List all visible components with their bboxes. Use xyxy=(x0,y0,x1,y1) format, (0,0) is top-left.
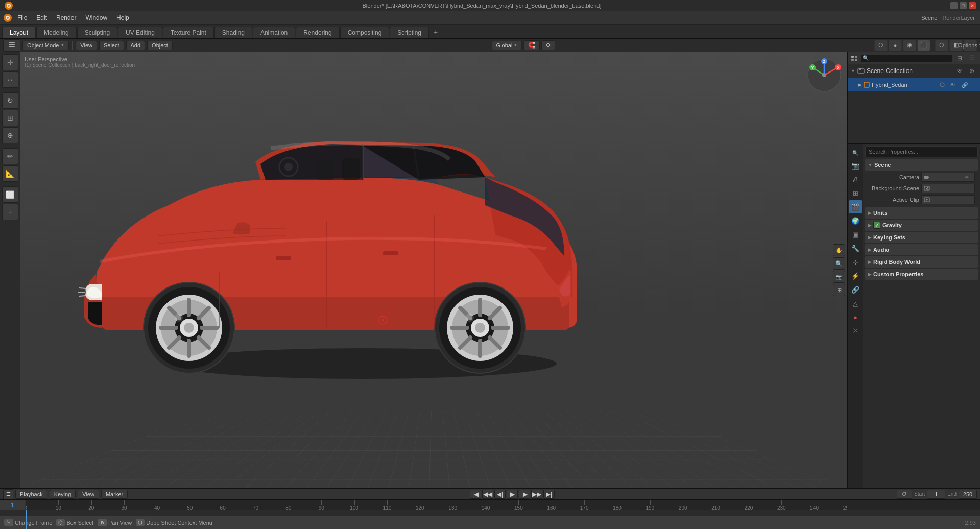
jump-start-btn[interactable]: |◀ xyxy=(470,490,481,499)
prop-search-btn[interactable]: 🔍 xyxy=(849,146,862,159)
menu-file[interactable]: File xyxy=(13,13,31,22)
outliner-options-btn[interactable]: ☰ xyxy=(967,53,977,63)
background-scene-value[interactable] xyxy=(921,184,975,193)
gravity-section-header[interactable]: ▶ ✓ Gravity xyxy=(865,220,978,231)
hybrid-sedan-item[interactable]: ▶ Hybrid_Sedan 👁 🔗 xyxy=(848,78,980,91)
maximize-button[interactable]: □ xyxy=(960,2,967,9)
scene-collection-item[interactable]: ▼ Scene Collection 👁 ⊕ xyxy=(848,64,980,78)
next-frame-btn[interactable]: ▶▶ xyxy=(531,490,542,499)
prev-keyframe-btn[interactable]: ◀| xyxy=(494,490,506,499)
collection-visibility-btn[interactable]: 👁 xyxy=(954,66,965,76)
annotate-tool[interactable]: ✏ xyxy=(2,148,18,164)
play-btn[interactable]: ▶ xyxy=(507,490,518,499)
keying-sets-section-header[interactable]: ▶ Keying Sets xyxy=(865,232,978,243)
gravity-checkbox[interactable]: ✓ xyxy=(873,222,880,229)
render-properties-btn[interactable]: 📷 xyxy=(849,159,862,172)
tab-modeling[interactable]: Modeling xyxy=(36,27,77,38)
view-header-btn[interactable] xyxy=(3,39,20,52)
options-btn[interactable]: Options ▼ xyxy=(964,40,977,51)
move-tool[interactable]: ↔ xyxy=(2,71,18,88)
proportional-edit-btn[interactable]: ⊙ xyxy=(541,40,555,50)
add-tool[interactable]: + xyxy=(2,204,18,220)
camera-value[interactable]: ✏ xyxy=(921,173,975,182)
tab-layout[interactable]: Layout xyxy=(2,27,36,38)
keying-menu[interactable]: Keying xyxy=(50,490,76,499)
end-frame-input[interactable]: 250 xyxy=(959,490,977,499)
viewport-shading-solid[interactable]: ● xyxy=(889,40,902,51)
constraints-properties-btn[interactable]: 🔗 xyxy=(849,283,862,296)
material-properties-btn[interactable]: ● xyxy=(849,310,862,324)
marker-menu[interactable]: Marker xyxy=(101,490,128,499)
snap-btn[interactable]: 🧲 xyxy=(523,40,540,50)
tab-rendering[interactable]: Rendering xyxy=(296,27,339,38)
item-visibility-btn[interactable]: 👁 xyxy=(947,80,958,90)
add-cube-tool[interactable]: ⬜ xyxy=(2,186,18,203)
viewport-grid-btn[interactable]: ⊞ xyxy=(833,284,845,296)
units-section-header[interactable]: ▶ Units xyxy=(865,207,978,219)
viewport-shading-rendered[interactable]: ⬛ xyxy=(917,40,930,51)
particles-properties-btn[interactable]: ⊹ xyxy=(849,255,862,269)
transform-tool[interactable]: ⊕ xyxy=(2,127,18,143)
tab-compositing[interactable]: Compositing xyxy=(340,27,390,38)
rotate-tool[interactable]: ↻ xyxy=(2,92,18,109)
collection-select-btn[interactable]: ⊕ xyxy=(967,66,977,76)
playback-menu[interactable]: Playback xyxy=(15,490,47,499)
minimize-button[interactable]: — xyxy=(950,2,958,9)
add-menu[interactable]: Add xyxy=(126,41,146,50)
viewport-shading-material[interactable]: ◉ xyxy=(903,40,916,51)
outliner-filter-btn[interactable]: ⊟ xyxy=(954,53,965,63)
timeline-ruler[interactable]: 1 01020304050607080901001101201301401501… xyxy=(0,500,980,510)
menu-window[interactable]: Window xyxy=(81,13,111,22)
close-button[interactable]: ✕ xyxy=(969,2,976,9)
audio-section-header[interactable]: ▶ Audio xyxy=(865,244,978,255)
scene-section-header[interactable]: ▼ Scene xyxy=(865,159,978,171)
outliner-search[interactable]: 🔍 xyxy=(860,54,952,62)
scene-properties-btn[interactable]: 🎬 xyxy=(849,200,862,213)
tab-uv-editing[interactable]: UV Editing xyxy=(118,27,162,38)
red-x-icon-btn[interactable]: ✕ xyxy=(849,324,862,338)
frame-counter[interactable]: 1 xyxy=(0,500,26,510)
window-controls[interactable]: — □ ✕ xyxy=(950,2,976,9)
tab-animation[interactable]: Animation xyxy=(253,27,295,38)
active-clip-value[interactable] xyxy=(921,195,975,204)
tab-scripting[interactable]: Scripting xyxy=(390,27,429,38)
object-data-properties-btn[interactable]: △ xyxy=(849,297,862,310)
custom-props-header[interactable]: ▶ Custom Properties xyxy=(865,269,978,280)
physics-properties-btn[interactable]: ⚡ xyxy=(849,269,862,282)
viewport-camera-btn[interactable]: 📷 xyxy=(833,271,845,283)
viewport-3d[interactable]: User Perspective (1) Scene Collection | … xyxy=(20,52,847,488)
menu-edit[interactable]: Edit xyxy=(32,13,51,22)
viewport-zoom-btn[interactable]: 🔍 xyxy=(833,257,845,270)
start-frame-input[interactable]: 1 xyxy=(927,490,945,499)
modifier-properties-btn[interactable]: 🔧 xyxy=(849,242,862,255)
select-menu[interactable]: Select xyxy=(99,41,124,50)
view-layer-properties-btn[interactable]: ⊞ xyxy=(849,186,862,200)
view-menu[interactable]: View xyxy=(76,41,97,50)
object-properties-btn[interactable]: ▣ xyxy=(849,228,862,241)
tab-texture-paint[interactable]: Texture Paint xyxy=(163,27,214,38)
view-menu-timeline[interactable]: View xyxy=(78,490,99,499)
output-properties-btn[interactable]: 🖨 xyxy=(849,173,862,186)
tab-sculpting[interactable]: Sculpting xyxy=(77,27,117,38)
tab-shading[interactable]: Shading xyxy=(214,27,252,38)
item-link-btn[interactable]: 🔗 xyxy=(960,80,970,90)
object-menu[interactable]: Object xyxy=(147,41,173,50)
object-mode-dropdown[interactable]: Object Mode ▼ xyxy=(22,41,69,50)
menu-render[interactable]: Render xyxy=(52,13,80,22)
add-workspace-button[interactable]: + xyxy=(429,26,442,38)
rigid-body-section-header[interactable]: ▶ Rigid Body World xyxy=(865,256,978,268)
world-properties-btn[interactable]: 🌍 xyxy=(849,214,862,227)
transform-pivot-btn[interactable]: Global ▼ xyxy=(492,41,522,50)
viewport-shading-wire[interactable]: ⬡ xyxy=(874,40,888,51)
properties-search-input[interactable] xyxy=(865,146,978,157)
measure-tool[interactable]: 📐 xyxy=(2,165,18,182)
viewport-pan-btn[interactable]: ✋ xyxy=(833,244,845,256)
cursor-tool[interactable]: ✛ xyxy=(2,54,18,70)
menu-help[interactable]: Help xyxy=(112,13,133,22)
camera-edit-btn[interactable]: ✏ xyxy=(962,172,972,182)
overlay-btn[interactable]: ⬡ xyxy=(935,40,948,51)
navigation-gizmo[interactable]: Z X Y xyxy=(806,57,842,93)
next-keyframe-btn[interactable]: |▶ xyxy=(519,490,530,499)
jump-end-btn[interactable]: ▶| xyxy=(543,490,555,499)
timeline-menu-btn[interactable]: ☰ xyxy=(3,489,13,499)
